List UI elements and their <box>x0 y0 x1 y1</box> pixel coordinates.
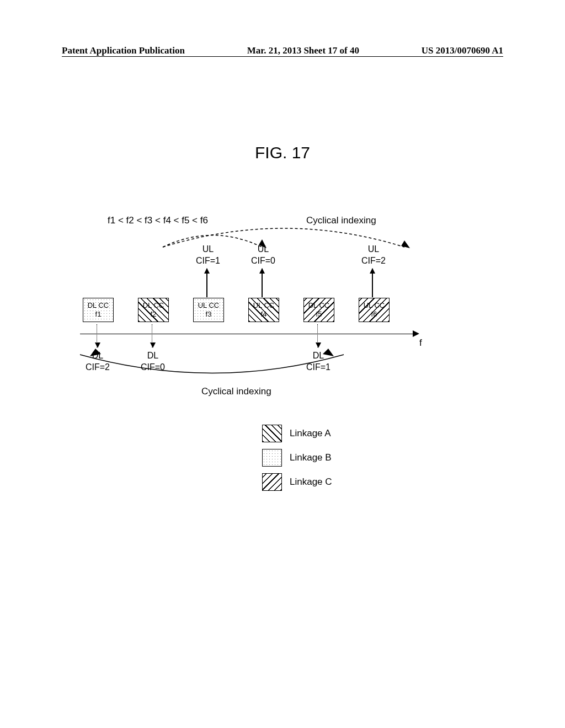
legend-swatch-a <box>262 425 282 442</box>
legend-swatch-b <box>262 449 282 467</box>
legend-swatch-c <box>262 473 282 491</box>
cc-box-f1: DL CCf1 <box>83 298 114 322</box>
bottom-cyclical-arc <box>80 353 345 383</box>
cc-box-f5: DL CCf5 <box>303 298 334 322</box>
header-left: Patent Application Publication <box>62 45 185 56</box>
legend-row-c: Linkage C <box>262 473 332 491</box>
down-arrow-icon <box>152 324 153 347</box>
up-arrow-icon <box>262 269 263 297</box>
ul-label-0: ULCIF=1 <box>196 244 220 267</box>
axis-label: f <box>419 338 422 349</box>
legend-row-a: Linkage A <box>262 425 332 442</box>
cc-box-f3: UL CCf3 <box>193 298 224 322</box>
page-header: Patent Application Publication Mar. 21, … <box>0 43 565 57</box>
legend-label-b: Linkage B <box>290 452 332 463</box>
cc-box-f2: DL CCf2 <box>138 298 169 322</box>
frequency-order-note: f1 < f2 < f3 < f4 < f5 < f6 <box>108 215 208 226</box>
up-arrow-icon <box>206 269 207 297</box>
cc-box-f6: UL CCf6 <box>359 298 390 322</box>
header-right: US 2013/0070690 A1 <box>422 45 503 56</box>
cc-box-f4: UL CCf4 <box>248 298 279 322</box>
figure-title: FIG. 17 <box>0 143 565 162</box>
cyclical-indexing-label-bottom: Cyclical indexing <box>201 386 271 397</box>
down-arrow-icon <box>317 324 318 347</box>
frequency-axis <box>80 334 415 334</box>
legend-row-b: Linkage B <box>262 449 332 467</box>
legend: Linkage A Linkage B Linkage C <box>262 425 332 497</box>
svg-marker-0 <box>401 240 410 248</box>
ul-label-2: ULCIF=2 <box>361 244 386 267</box>
legend-label-a: Linkage A <box>290 428 331 439</box>
axis-arrow-icon <box>413 330 419 337</box>
up-arrow-icon <box>372 269 373 297</box>
ul-label-1: ULCIF=0 <box>251 244 275 267</box>
legend-label-c: Linkage C <box>290 477 332 488</box>
cyclical-indexing-label-top: Cyclical indexing <box>306 215 376 226</box>
down-arrow-icon <box>97 324 98 347</box>
diagram-container: f1 < f2 < f3 < f4 < f5 < f6 Cyclical ind… <box>77 210 430 430</box>
header-center: Mar. 21, 2013 Sheet 17 of 40 <box>247 45 359 56</box>
